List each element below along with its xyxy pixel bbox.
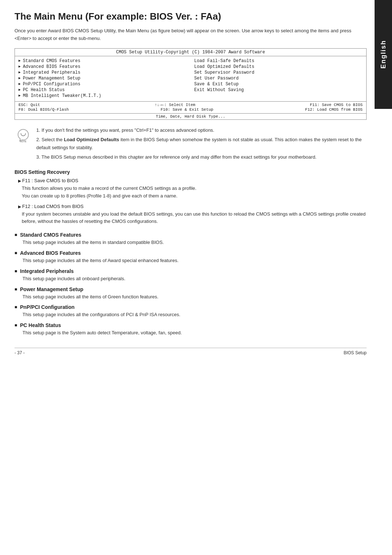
- feature-pnp-pci: PnP/PCI Configuration This setup page in…: [15, 304, 367, 319]
- feature-pc-health-desc: This setup page is the System auto detec…: [23, 329, 367, 337]
- bios-left-item-label-1: Standard CMOS Features: [23, 58, 80, 64]
- recovery-f12-title: F12 : Load CMOS from BIOS: [18, 204, 367, 209]
- note-2-text-before: Select the: [41, 137, 64, 142]
- feature-standard-cmos-title: Standard CMOS Features: [15, 232, 367, 238]
- bios-right-item-3: Set Supervisor Password: [194, 70, 363, 75]
- bios-left-item-label-4: Power Management Setup: [23, 76, 80, 81]
- note-icon: NOTE: [15, 127, 33, 146]
- bios-footer-f10: F10: Save & Exit Setup: [160, 107, 213, 112]
- footer-page-number: - 37 -: [15, 350, 25, 355]
- bios-left-item-label-5: PnP/PCI Configurations: [23, 82, 80, 87]
- footer-label: BIOS Setup: [344, 350, 367, 355]
- note-3-text: The BIOS Setup menus described in this c…: [41, 154, 317, 160]
- bios-footer: ESC: Quit ↑↓→←: Select Item F11: Save CM…: [15, 101, 366, 113]
- feature-power-management-desc: This setup page includes all the items o…: [23, 293, 367, 301]
- bios-left-item-2: ▶Advanced BIOS Features: [19, 64, 187, 69]
- bios-header: CMOS Setup Utility-Copyright (C) 1984-20…: [15, 49, 366, 56]
- side-tab-label: English: [380, 40, 387, 69]
- bios-bottom-bar: Time, Date, Hard Disk Type...: [15, 113, 366, 119]
- bios-left-item-7: ▶MB Intelligent Tweaker(M.I.T.): [19, 93, 187, 98]
- bios-setting-recovery-section: BIOS Setting Recovery F11 : Save CMOS to…: [15, 169, 367, 225]
- bios-left-column: ▶Standard CMOS Features ▶Advanced BIOS F…: [19, 58, 191, 99]
- page-footer: - 37 - BIOS Setup: [15, 348, 367, 355]
- bios-footer-row-2: F8: Dual BIOS/Q-Flash F10: Save & Exit S…: [19, 107, 363, 112]
- bios-arrow-6: ▶: [19, 87, 21, 92]
- bios-arrow-1: ▶: [19, 58, 21, 63]
- features-section: Standard CMOS Features This setup page i…: [15, 232, 367, 337]
- bios-left-item-3: ▶Integrated Peripherals: [19, 70, 187, 75]
- feature-standard-cmos: Standard CMOS Features This setup page i…: [15, 232, 367, 246]
- feature-advanced-bios-desc: This setup page includes all the items o…: [23, 257, 367, 265]
- bios-right-item-5: Save & Exit Setup: [194, 82, 363, 87]
- feature-standard-cmos-desc: This setup page includes all the items i…: [23, 239, 367, 246]
- notes-section: NOTE If you don't find the settings you …: [15, 126, 367, 163]
- feature-power-management: Power Management Setup This setup page i…: [15, 286, 367, 301]
- bios-footer-f12: F12: Load CMOS from BIOS: [305, 107, 363, 112]
- bios-left-item-label-2: Advanced BIOS Features: [23, 64, 80, 69]
- bios-setting-recovery-heading: BIOS Setting Recovery: [15, 169, 367, 175]
- note-1-text: If you don't find the settings you want,…: [41, 127, 214, 133]
- bios-footer-arrow: ↑↓→←: Select Item: [155, 103, 195, 107]
- intro-text: Once you enter Award BIOS CMOS Setup Uti…: [15, 27, 367, 42]
- recovery-item-f12: F12 : Load CMOS from BIOS If your system…: [15, 204, 367, 226]
- bios-arrow-7: ▶: [19, 93, 21, 98]
- note-svg-icon: NOTE: [15, 127, 32, 144]
- bios-left-item-4: ▶Power Management Setup: [19, 76, 187, 81]
- bios-left-item-1: ▶Standard CMOS Features: [19, 58, 187, 64]
- recovery-item-f11: F11 : Save CMOS to BIOS This function al…: [15, 178, 367, 200]
- bios-right-column: Load Fail-Safe Defaults Load Optimized D…: [191, 58, 363, 99]
- feature-integrated-peripherals-title: Integrated Peripherals: [15, 268, 367, 274]
- page-title: The Main Menu (For example: BIOS Ver. : …: [15, 11, 367, 22]
- bios-right-item-6: Exit Without Saving: [194, 87, 363, 93]
- bios-body: ▶Standard CMOS Features ▶Advanced BIOS F…: [15, 56, 366, 101]
- feature-pc-health-title: PC Health Status: [15, 322, 367, 328]
- recovery-f12-desc: If your system becomes unstable and you …: [22, 211, 367, 226]
- bios-arrow-5: ▶: [19, 82, 21, 86]
- feature-advanced-bios-title: Advanced BIOS Features: [15, 250, 367, 256]
- recovery-f11-title: F11 : Save CMOS to BIOS: [18, 178, 367, 183]
- note-2-bold: Load Optimized Defaults: [64, 137, 119, 142]
- feature-power-management-title: Power Management Setup: [15, 286, 367, 292]
- notes-ordered-list: If you don't find the settings you want,…: [36, 126, 367, 161]
- main-content: The Main Menu (For example: BIOS Ver. : …: [15, 11, 367, 355]
- notes-list: If you don't find the settings you want,…: [36, 126, 367, 163]
- feature-pnp-pci-desc: This setup page includes all the configu…: [23, 311, 367, 319]
- svg-text:NOTE: NOTE: [20, 140, 26, 142]
- bios-arrow-4: ▶: [19, 76, 21, 80]
- feature-integrated-peripherals-desc: This setup page includes all onboard per…: [23, 275, 367, 283]
- bios-right-item-4: Set User Password: [194, 76, 363, 81]
- recovery-f11-desc1: This function allows you to make a recor…: [22, 185, 367, 192]
- bios-arrow-2: ▶: [19, 64, 21, 69]
- bios-right-item-1: Load Fail-Safe Defaults: [194, 58, 363, 64]
- bios-left-item-label-6: PC Health Status: [23, 87, 65, 93]
- bios-arrow-3: ▶: [19, 70, 21, 74]
- bios-footer-f8: F8: Dual BIOS/Q-Flash: [19, 107, 69, 112]
- note-item-3: The BIOS Setup menus described in this c…: [36, 153, 367, 161]
- bios-left-item-5: ▶PnP/PCI Configurations: [19, 82, 187, 87]
- side-tab: English: [375, 0, 392, 109]
- bios-left-item-label-7: MB Intelligent Tweaker(M.I.T.): [23, 93, 101, 98]
- feature-pc-health: PC Health Status This setup page is the …: [15, 322, 367, 337]
- bios-left-item-6: ▶PC Health Status: [19, 87, 187, 93]
- feature-integrated-peripherals: Integrated Peripherals This setup page i…: [15, 268, 367, 283]
- bios-screenshot-box: CMOS Setup Utility-Copyright (C) 1984-20…: [15, 48, 367, 120]
- note-item-2: Select the Load Optimized Defaults item …: [36, 136, 367, 152]
- feature-pnp-pci-title: PnP/PCI Configuration: [15, 304, 367, 310]
- bios-footer-esc: ESC: Quit: [19, 103, 40, 107]
- bios-footer-f11: F11: Save CMOS to BIOS: [310, 103, 363, 107]
- bios-footer-row-1: ESC: Quit ↑↓→←: Select Item F11: Save CM…: [19, 103, 363, 107]
- note-item-1: If you don't find the settings you want,…: [36, 126, 367, 134]
- recovery-f11-desc2: You can create up to 8 profiles (Profile…: [22, 192, 367, 200]
- bios-right-item-2: Load Optimized Defaults: [194, 64, 363, 69]
- feature-advanced-bios: Advanced BIOS Features This setup page i…: [15, 250, 367, 265]
- bios-left-item-label-3: Integrated Peripherals: [23, 70, 80, 75]
